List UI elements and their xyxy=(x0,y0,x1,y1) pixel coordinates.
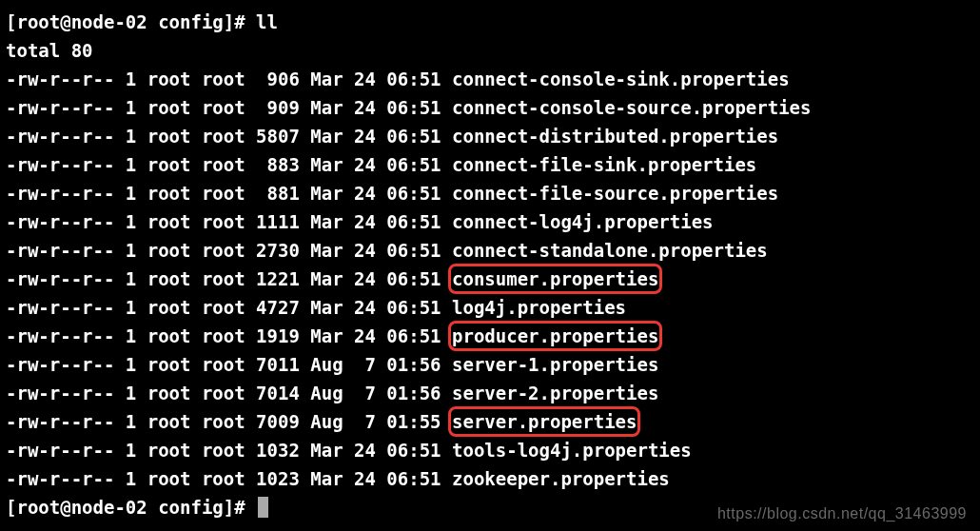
file-name: zookeeper.properties xyxy=(452,468,670,489)
file-row: -rw-r--r-- 1 root root 1032 Mar 24 06:51… xyxy=(6,436,974,464)
file-meta: -rw-r--r-- 1 root root 906 Mar 24 06:51 xyxy=(6,69,452,89)
file-name: connect-file-sink.properties xyxy=(452,154,756,175)
total-line: total 80 xyxy=(6,36,974,65)
file-name: producer.properties xyxy=(452,322,658,350)
file-meta: -rw-r--r-- 1 root root 7009 Aug 7 01:55 xyxy=(6,411,452,432)
file-row: -rw-r--r-- 1 root root 7011 Aug 7 01:56 … xyxy=(6,350,974,379)
file-meta: -rw-r--r-- 1 root root 1111 Mar 24 06:51 xyxy=(6,211,452,232)
file-name: server-1.properties xyxy=(452,354,658,375)
file-name: connect-file-source.properties xyxy=(452,183,778,204)
file-meta: -rw-r--r-- 1 root root 2730 Mar 24 06:51 xyxy=(6,240,452,261)
cursor-icon xyxy=(258,497,268,518)
file-row: -rw-r--r-- 1 root root 1919 Mar 24 06:51… xyxy=(6,322,974,350)
file-row: -rw-r--r-- 1 root root 906 Mar 24 06:51 … xyxy=(6,65,974,93)
file-row: -rw-r--r-- 1 root root 7014 Aug 7 01:56 … xyxy=(6,379,974,407)
file-meta: -rw-r--r-- 1 root root 883 Mar 24 06:51 xyxy=(6,154,452,175)
file-row: -rw-r--r-- 1 root root 1221 Mar 24 06:51… xyxy=(6,265,974,293)
file-name: log4j.properties xyxy=(452,297,626,318)
shell-prompt: [root@node-02 config]# xyxy=(6,497,256,518)
file-name: connect-console-source.properties xyxy=(452,97,812,118)
file-meta: -rw-r--r-- 1 root root 1919 Mar 24 06:51 xyxy=(6,325,452,346)
file-row: -rw-r--r-- 1 root root 883 Mar 24 06:51 … xyxy=(6,150,974,179)
file-name: server.properties xyxy=(452,407,637,436)
shell-prompt: [root@node-02 config]# xyxy=(6,11,256,32)
file-name: connect-distributed.properties xyxy=(452,126,778,147)
file-meta: -rw-r--r-- 1 root root 1023 Mar 24 06:51 xyxy=(6,468,452,489)
file-row: -rw-r--r-- 1 root root 5807 Mar 24 06:51… xyxy=(6,122,974,150)
file-name: connect-log4j.properties xyxy=(452,211,714,232)
terminal-output[interactable]: [root@node-02 config]# ll total 80 -rw-r… xyxy=(6,8,974,521)
file-meta: -rw-r--r-- 1 root root 909 Mar 24 06:51 xyxy=(6,97,452,118)
command-text: ll xyxy=(256,11,278,32)
file-meta: -rw-r--r-- 1 root root 4727 Mar 24 06:51 xyxy=(6,297,452,318)
file-row: -rw-r--r-- 1 root root 1111 Mar 24 06:51… xyxy=(6,207,974,236)
prompt-line-1: [root@node-02 config]# ll xyxy=(6,8,974,36)
file-meta: -rw-r--r-- 1 root root 7011 Aug 7 01:56 xyxy=(6,354,452,375)
file-meta: -rw-r--r-- 1 root root 5807 Mar 24 06:51 xyxy=(6,126,452,147)
watermark-text: https://blog.csdn.net/qq_31463999 xyxy=(717,502,967,525)
file-name: tools-log4j.properties xyxy=(452,440,692,461)
file-meta: -rw-r--r-- 1 root root 7014 Aug 7 01:56 xyxy=(6,383,452,403)
file-row: -rw-r--r-- 1 root root 881 Mar 24 06:51 … xyxy=(6,179,974,207)
file-listing: -rw-r--r-- 1 root root 906 Mar 24 06:51 … xyxy=(6,65,974,493)
file-name: server-2.properties xyxy=(452,383,658,403)
file-row: -rw-r--r-- 1 root root 909 Mar 24 06:51 … xyxy=(6,93,974,122)
file-name: connect-standalone.properties xyxy=(452,240,768,261)
file-meta: -rw-r--r-- 1 root root 1221 Mar 24 06:51 xyxy=(6,268,452,289)
file-row: -rw-r--r-- 1 root root 4727 Mar 24 06:51… xyxy=(6,293,974,322)
file-name: consumer.properties xyxy=(452,265,658,293)
file-row: -rw-r--r-- 1 root root 2730 Mar 24 06:51… xyxy=(6,236,974,265)
file-row: -rw-r--r-- 1 root root 7009 Aug 7 01:55 … xyxy=(6,407,974,436)
file-name: connect-console-sink.properties xyxy=(452,69,790,89)
file-meta: -rw-r--r-- 1 root root 881 Mar 24 06:51 xyxy=(6,183,452,204)
file-row: -rw-r--r-- 1 root root 1023 Mar 24 06:51… xyxy=(6,464,974,493)
file-meta: -rw-r--r-- 1 root root 1032 Mar 24 06:51 xyxy=(6,440,452,461)
